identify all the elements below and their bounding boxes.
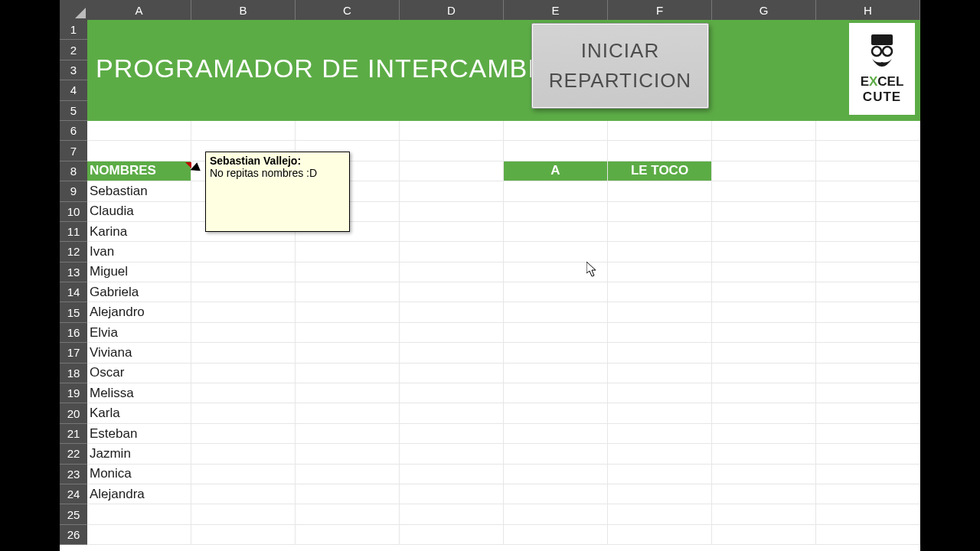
- row-header-16[interactable]: 16: [60, 323, 87, 343]
- cell-A18[interactable]: Oscar: [87, 364, 191, 383]
- cell-E25[interactable]: [504, 504, 608, 524]
- cell-H18[interactable]: [816, 364, 920, 383]
- cell-G9[interactable]: [712, 181, 816, 201]
- row-header-6[interactable]: 6: [60, 121, 87, 141]
- select-all-corner[interactable]: [60, 0, 87, 20]
- cell-E22[interactable]: [504, 444, 608, 464]
- row-header-26[interactable]: 26: [60, 525, 87, 545]
- cell-H6[interactable]: [816, 121, 920, 141]
- cell-F19[interactable]: [608, 383, 712, 403]
- cell-H8[interactable]: [816, 161, 920, 181]
- cell-G2[interactable]: [712, 40, 816, 60]
- cell-F14[interactable]: [608, 282, 712, 302]
- cell-C13[interactable]: [296, 262, 400, 282]
- cell-G24[interactable]: [712, 484, 816, 504]
- cell-B18[interactable]: [191, 364, 296, 383]
- cell-B19[interactable]: [191, 383, 296, 403]
- cell-B1[interactable]: [191, 20, 296, 40]
- cell-A20[interactable]: Karla: [87, 403, 191, 423]
- cell-E20[interactable]: [504, 403, 608, 423]
- cell-G14[interactable]: [712, 282, 816, 302]
- column-header-H[interactable]: H: [816, 0, 920, 20]
- cell-G13[interactable]: [712, 262, 816, 282]
- cell-B22[interactable]: [191, 444, 296, 464]
- row-header-23[interactable]: 23: [60, 465, 87, 484]
- cell-E11[interactable]: [504, 222, 608, 242]
- column-header-G[interactable]: G: [712, 0, 816, 20]
- row-header-25[interactable]: 25: [60, 504, 87, 524]
- cell-A12[interactable]: Ivan: [87, 242, 191, 262]
- cell-A25[interactable]: [87, 504, 191, 524]
- cell-D23[interactable]: [400, 465, 504, 484]
- cell-E12[interactable]: [504, 242, 608, 262]
- cell-D26[interactable]: [400, 525, 504, 545]
- cell-E8[interactable]: A: [504, 161, 608, 181]
- cell-H24[interactable]: [816, 484, 920, 504]
- cell-H20[interactable]: [816, 403, 920, 423]
- cell-B23[interactable]: [191, 465, 296, 484]
- cell-G26[interactable]: [712, 525, 816, 545]
- row-header-11[interactable]: 11: [60, 222, 87, 242]
- cell-D4[interactable]: [400, 80, 504, 100]
- cell-F10[interactable]: [608, 202, 712, 222]
- cell-C24[interactable]: [296, 484, 400, 504]
- cell-B4[interactable]: [191, 80, 296, 100]
- cell-D13[interactable]: [400, 262, 504, 282]
- cell-E23[interactable]: [504, 465, 608, 484]
- cell-D1[interactable]: [400, 20, 504, 40]
- cell-A23[interactable]: Monica: [87, 465, 191, 484]
- column-header-F[interactable]: F: [608, 0, 712, 20]
- cell-G15[interactable]: [712, 302, 816, 322]
- cell-D7[interactable]: [400, 141, 504, 161]
- cell-E17[interactable]: [504, 343, 608, 363]
- row-header-24[interactable]: 24: [60, 484, 87, 504]
- cell-B5[interactable]: [191, 101, 296, 121]
- cell-G19[interactable]: [712, 383, 816, 403]
- cell-C6[interactable]: [296, 121, 400, 141]
- cell-F21[interactable]: [608, 424, 712, 444]
- row-header-20[interactable]: 20: [60, 403, 87, 423]
- cell-B17[interactable]: [191, 343, 296, 363]
- cell-G18[interactable]: [712, 364, 816, 383]
- cell-D12[interactable]: [400, 242, 504, 262]
- cell-B21[interactable]: [191, 424, 296, 444]
- cell-B15[interactable]: [191, 302, 296, 322]
- cell-F11[interactable]: [608, 222, 712, 242]
- cell-H26[interactable]: [816, 525, 920, 545]
- cell-D8[interactable]: [400, 161, 504, 181]
- row-header-10[interactable]: 10: [60, 202, 87, 222]
- cell-H17[interactable]: [816, 343, 920, 363]
- cell-D9[interactable]: [400, 181, 504, 201]
- cell-G16[interactable]: [712, 323, 816, 343]
- cell-A9[interactable]: Sebastian: [87, 181, 191, 201]
- cell-G5[interactable]: [712, 101, 816, 121]
- row-header-18[interactable]: 18: [60, 364, 87, 383]
- cell-D17[interactable]: [400, 343, 504, 363]
- cell-F7[interactable]: [608, 141, 712, 161]
- cell-C16[interactable]: [296, 323, 400, 343]
- cell-D20[interactable]: [400, 403, 504, 423]
- cell-B13[interactable]: [191, 262, 296, 282]
- cell-C20[interactable]: [296, 403, 400, 423]
- cell-D15[interactable]: [400, 302, 504, 322]
- cell-B24[interactable]: [191, 484, 296, 504]
- row-header-15[interactable]: 15: [60, 302, 87, 322]
- cell-D14[interactable]: [400, 282, 504, 302]
- cell-F25[interactable]: [608, 504, 712, 524]
- cell-A11[interactable]: Karina: [87, 222, 191, 242]
- start-distribution-button[interactable]: INICIAR REPARTICION: [531, 23, 709, 109]
- cell-G20[interactable]: [712, 403, 816, 423]
- cell-F9[interactable]: [608, 181, 712, 201]
- cell-A1[interactable]: [87, 20, 191, 40]
- cell-F22[interactable]: [608, 444, 712, 464]
- cell-E15[interactable]: [504, 302, 608, 322]
- cell-G4[interactable]: [712, 80, 816, 100]
- column-header-D[interactable]: D: [400, 0, 504, 20]
- cell-H9[interactable]: [816, 181, 920, 201]
- row-header-9[interactable]: 9: [60, 181, 87, 201]
- cell-E7[interactable]: [504, 141, 608, 161]
- row-header-17[interactable]: 17: [60, 343, 87, 363]
- row-header-7[interactable]: 7: [60, 141, 87, 161]
- cell-G1[interactable]: [712, 20, 816, 40]
- cell-D18[interactable]: [400, 364, 504, 383]
